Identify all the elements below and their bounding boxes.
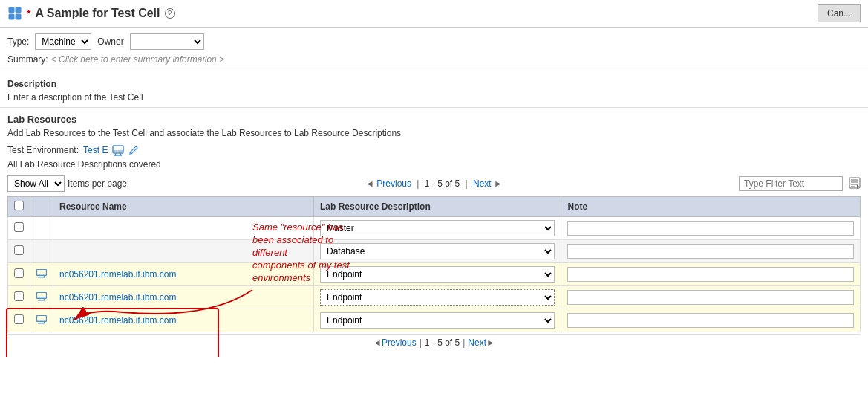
row-checkbox-cell	[8, 217, 30, 240]
svg-rect-2	[9, 14, 14, 19]
lab-resources-section: Lab Resources Add Lab Resources to the T…	[0, 108, 868, 357]
row-icon-cell	[30, 309, 53, 332]
row-note-cell	[561, 217, 861, 240]
page-title: A Sample for Test Cell	[35, 7, 160, 20]
owner-label: Owner	[97, 36, 123, 47]
covered-text: All Lab Resource Descriptions covered	[7, 159, 861, 170]
toolbar-left: Show All Items per page	[7, 175, 127, 192]
previous-link-bottom[interactable]: Previous	[382, 338, 417, 348]
prev-icon-bottom: ◄	[373, 338, 382, 348]
filter-input[interactable]	[739, 176, 843, 191]
row-resource-name	[53, 240, 314, 263]
header-lab-resource-desc: Lab Resource Description	[314, 197, 561, 217]
select-all-checkbox[interactable]	[14, 201, 24, 210]
next-link[interactable]: Next	[473, 178, 494, 189]
type-owner-row: Type: Machine Owner	[7, 33, 861, 50]
edit-icon[interactable]	[128, 145, 139, 155]
row-description-cell: Database	[314, 240, 561, 263]
row-description-cell: Endpoint	[314, 309, 561, 332]
test-env-label: Test Environment:	[7, 145, 79, 155]
row-description-cell: Endpoint	[314, 263, 561, 286]
note-input[interactable]	[567, 313, 854, 328]
pagination-info: 1 - 5 of 5	[425, 178, 463, 189]
description-section: Description Enter a description of the T…	[0, 71, 868, 108]
row-note-cell	[561, 286, 861, 309]
computer-row-icon	[36, 270, 47, 280]
cancel-button[interactable]: Can...	[818, 4, 861, 22]
table-row: nc056201.romelab.it.ibm.com Endpoint	[8, 263, 861, 286]
show-all-select[interactable]: Show All	[7, 175, 65, 192]
header-note: Note	[561, 197, 861, 217]
resource-link[interactable]: nc056201.romelab.it.ibm.com	[59, 315, 176, 326]
row-checkbox[interactable]	[14, 222, 24, 232]
description-select[interactable]: Master	[320, 220, 555, 236]
table-row: Master	[8, 217, 861, 240]
page-header: * A Sample for Test Cell ? Can...	[0, 0, 868, 28]
table-header-row: Resource Name Lab Resource Description N…	[8, 197, 861, 217]
row-checkbox[interactable]	[14, 314, 24, 324]
row-resource-name	[53, 217, 314, 240]
row-note-cell	[561, 240, 861, 263]
note-input[interactable]	[567, 290, 854, 305]
lab-resources-title: Lab Resources	[7, 114, 861, 125]
row-checkbox[interactable]	[14, 245, 24, 255]
pagination-center: ◄ Previous | 1 - 5 of 5 | Next ►	[365, 178, 503, 189]
note-input[interactable]	[567, 221, 854, 236]
resource-link[interactable]: nc056201.romelab.it.ibm.com	[59, 269, 176, 280]
header-checkbox-cell	[8, 197, 30, 217]
row-note-cell	[561, 263, 861, 286]
svg-rect-0	[9, 7, 14, 13]
test-env-row: Test Environment: Test E	[7, 144, 861, 156]
pagination-info-bottom: 1 - 5 of 5	[425, 338, 460, 348]
type-select[interactable]: Machine	[35, 33, 91, 50]
row-description-cell: Master	[314, 217, 561, 240]
resource-link[interactable]: nc056201.romelab.it.ibm.com	[59, 292, 176, 303]
row-checkbox[interactable]	[14, 291, 24, 301]
row-note-cell	[561, 309, 861, 332]
row-icon-cell	[30, 263, 53, 286]
owner-select[interactable]	[130, 33, 204, 50]
svg-rect-4	[113, 146, 123, 153]
header-resource-name: Resource Name	[53, 197, 314, 217]
row-resource-name: nc056201.romelab.it.ibm.com	[53, 309, 314, 332]
row-checkbox-cell	[8, 309, 30, 332]
note-input[interactable]	[567, 267, 854, 282]
summary-link[interactable]: < Click here to enter summary informatio…	[51, 54, 224, 65]
svg-rect-1	[16, 7, 21, 13]
row-checkbox-cell	[8, 286, 30, 309]
header-icon-cell	[30, 197, 53, 217]
table-row: nc056201.romelab.it.ibm.com Endpoint	[8, 309, 861, 332]
computer-icon[interactable]	[112, 144, 124, 156]
next-icon-bottom: ►	[486, 338, 495, 348]
form-area: Type: Machine Owner Summary: < Click her…	[0, 28, 868, 71]
note-input[interactable]	[567, 244, 854, 259]
description-select[interactable]: Endpoint	[320, 289, 555, 306]
row-checkbox-cell	[8, 240, 30, 263]
help-icon[interactable]: ?	[165, 8, 175, 19]
row-resource-name: nc056201.romelab.it.ibm.com	[53, 286, 314, 309]
computer-row-icon	[36, 316, 47, 326]
description-select[interactable]: Database	[320, 243, 555, 259]
next-link-bottom[interactable]: Next	[468, 338, 486, 348]
toolbar-right	[739, 176, 861, 191]
row-checkbox-cell	[8, 263, 30, 286]
row-icon-cell	[30, 286, 53, 309]
description-select[interactable]: Endpoint	[320, 266, 555, 283]
lab-resources-subtitle: Add Lab Resources to the Test Cell and a…	[7, 128, 861, 138]
description-select[interactable]: Endpoint	[320, 312, 555, 329]
row-icon-cell	[30, 240, 53, 263]
type-label: Type:	[7, 36, 29, 47]
items-per-page-label: Items per page	[68, 178, 127, 189]
export-icon[interactable]	[849, 177, 861, 191]
test-env-link[interactable]: Test E	[83, 145, 108, 155]
description-text: Enter a description of the Test Cell	[7, 92, 861, 103]
table-row: Database	[8, 240, 861, 263]
row-description-cell: Endpoint	[314, 286, 561, 309]
row-checkbox[interactable]	[14, 268, 24, 278]
summary-row: Summary: < Click here to enter summary i…	[7, 54, 861, 65]
computer-row-icon	[36, 293, 47, 303]
previous-link[interactable]: Previous	[376, 178, 414, 189]
prev-icon: ◄	[365, 178, 374, 189]
row-resource-name: nc056201.romelab.it.ibm.com	[53, 263, 314, 286]
svg-rect-3	[16, 14, 21, 19]
